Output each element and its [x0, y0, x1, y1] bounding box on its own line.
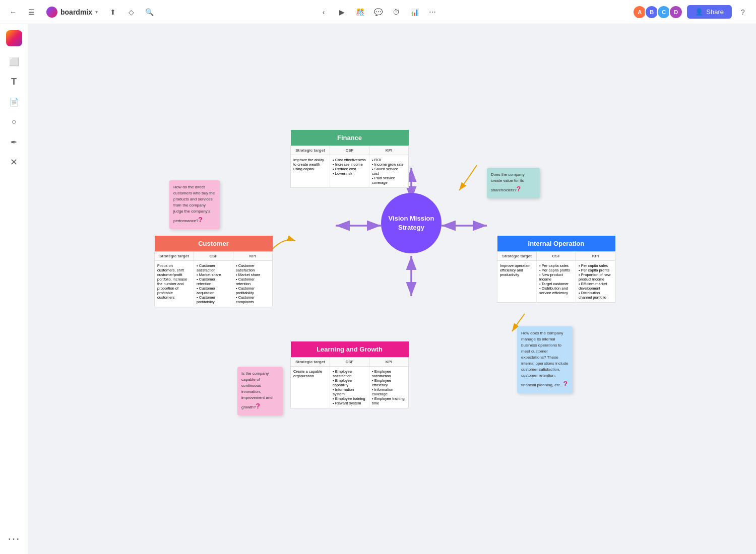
finance-col1: Strategic target: [291, 146, 330, 155]
customer-col3: KPI: [233, 252, 273, 261]
internal-header: Internal Operation: [497, 236, 615, 252]
play-button[interactable]: ▶: [335, 5, 349, 19]
logo-icon: [46, 7, 57, 18]
finance-strategic: Improve the ability to create wealth usi…: [291, 155, 330, 188]
customer-csf: • Customer satisfaction • Market share •…: [194, 261, 233, 307]
finance-kpi: • ROI • Income grow rate • Saved service…: [369, 155, 409, 188]
timer-button[interactable]: ⏱: [389, 5, 403, 19]
finance-col2: CSF: [330, 146, 369, 155]
app-title: boardmix: [60, 8, 92, 16]
internal-sticky-text: How does the company manage its internal…: [521, 331, 568, 387]
toolbar-center: ‹ ▶ 🎊 💬 ⏱ 📊 ⋯: [317, 5, 439, 19]
search-button[interactable]: 🔍: [142, 5, 156, 19]
celebration-button[interactable]: 🎊: [353, 5, 367, 19]
comment-button[interactable]: 💬: [371, 5, 385, 19]
sidebar-note-button[interactable]: 📄: [5, 93, 23, 111]
internal-csf: • Per capita sales • Per capita profits …: [537, 261, 576, 303]
sidebar-pen-button[interactable]: ✒: [5, 133, 23, 151]
customer-sticky: How do the direct customers who buy the …: [169, 180, 220, 229]
avatar-4: D: [669, 5, 683, 19]
back-button[interactable]: ←: [6, 5, 20, 19]
learning-sticky: Is the company capable of continuous inn…: [237, 367, 283, 416]
center-circle-text: Vision Mission Strategy: [381, 214, 442, 232]
internal-kpi: • Per capita sales • Per capita profits …: [576, 261, 615, 303]
share-button[interactable]: 👤 Share: [687, 5, 732, 19]
toolbar: ← ☰ boardmix ▾ ⬆ ◇ 🔍 ‹ ▶ 🎊 💬 ⏱ 📊 ⋯ A B C…: [0, 0, 756, 24]
share-icon: 👤: [695, 8, 703, 16]
finance-sticky: Does the company create value for its sh…: [487, 168, 540, 198]
chevron-left-icon[interactable]: ‹: [317, 5, 331, 19]
finance-col3: KPI: [369, 146, 409, 155]
customer-col1: Strategic target: [155, 252, 194, 261]
customer-strategic: Focus on customers, shift customer/profi…: [155, 261, 194, 307]
sidebar-more-button[interactable]: • • •: [5, 530, 23, 548]
learning-header: Learning and Growth: [291, 341, 409, 358]
center-circle: Vision Mission Strategy: [381, 193, 442, 253]
internal-col2: CSF: [537, 252, 576, 261]
customer-kpi: • Customer satisfaction • Market share •…: [233, 261, 273, 307]
menu-button[interactable]: ☰: [24, 5, 38, 19]
sidebar-text-button[interactable]: T: [5, 73, 23, 91]
toolbar-left: ← ☰ boardmix ▾ ⬆ ◇ 🔍: [6, 5, 312, 20]
sidebar-shape-button[interactable]: ○: [5, 113, 23, 131]
internal-strategic: Improve operation efficiency and product…: [497, 261, 537, 303]
learning-col3: KPI: [369, 358, 409, 367]
learning-col1: Strategic target: [291, 358, 330, 367]
sidebar-logo: [6, 30, 22, 46]
customer-table: Customer Strategic target CSF KPI Focus …: [154, 236, 273, 307]
finance-header: Finance: [291, 130, 409, 146]
customer-sticky-text: How do the direct customers who buy the …: [173, 185, 215, 223]
learning-table: Learning and Growth Strategic target CSF…: [290, 341, 409, 408]
canvas[interactable]: Vision Mission Strategy Finance Strategi…: [28, 24, 756, 554]
learning-section: Learning and Growth Strategic target CSF…: [290, 341, 409, 408]
sidebar: ⬜ T 📄 ○ ✒ ✕ • • •: [0, 24, 28, 554]
internal-sticky: How does the company manage its internal…: [517, 326, 573, 393]
learning-kpi: • Employee satisfaction • Employee effic…: [369, 367, 409, 408]
more-tools-button[interactable]: ⋯: [425, 5, 439, 19]
sidebar-connector-button[interactable]: ✕: [5, 153, 23, 171]
tag-button[interactable]: ◇: [124, 5, 138, 19]
logo-area[interactable]: boardmix ▾: [42, 5, 102, 20]
internal-col3: KPI: [576, 252, 615, 261]
learning-col2: CSF: [330, 358, 369, 367]
sidebar-frame-button[interactable]: ⬜: [5, 52, 23, 71]
customer-header: Customer: [155, 236, 273, 252]
finance-table: Finance Strategic target CSF KPI Improve…: [290, 130, 409, 188]
finance-section: Finance Strategic target CSF KPI Improve…: [290, 130, 409, 188]
chart-button[interactable]: 📊: [407, 5, 421, 19]
internal-col1: Strategic target: [497, 252, 537, 261]
arrows-svg: [28, 24, 756, 554]
customer-col2: CSF: [194, 252, 233, 261]
internal-section: Internal Operation Strategic target CSF …: [497, 236, 615, 303]
customer-section: Customer Strategic target CSF KPI Focus …: [154, 236, 273, 307]
learning-csf: • Employee satisfaction • Employee capab…: [330, 367, 369, 408]
logo-caret-icon: ▾: [95, 9, 98, 15]
share-label: Share: [706, 8, 724, 16]
learning-strategic: Create a capable organization: [291, 367, 330, 408]
avatar-group: A B C D: [635, 5, 683, 19]
finance-csf: • Cost effectiveness • Increase income •…: [330, 155, 369, 188]
internal-table: Internal Operation Strategic target CSF …: [497, 236, 615, 303]
help-button[interactable]: ?: [736, 5, 750, 19]
upload-button[interactable]: ⬆: [106, 5, 120, 19]
toolbar-right: A B C D 👤 Share ?: [444, 5, 750, 19]
